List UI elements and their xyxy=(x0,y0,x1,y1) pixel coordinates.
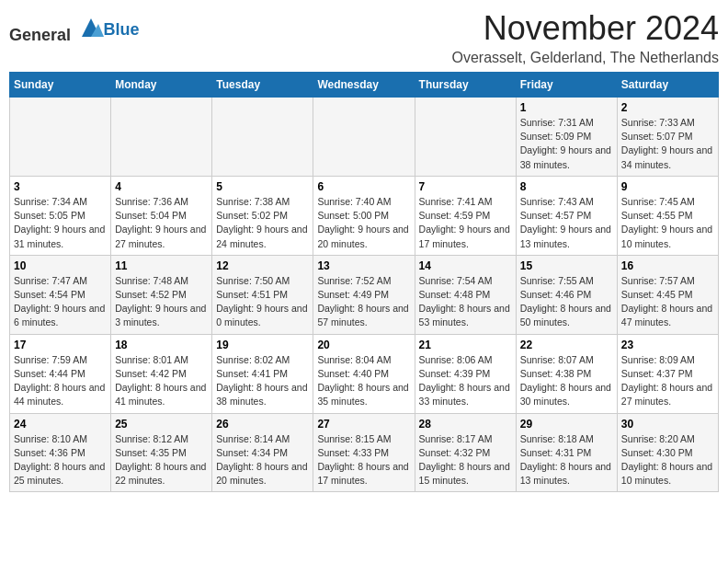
weekday-header-saturday: Saturday xyxy=(617,73,718,98)
calendar-cell: 24Sunrise: 8:10 AM Sunset: 4:36 PM Dayli… xyxy=(10,413,111,492)
day-number: 9 xyxy=(621,180,714,193)
day-info: Sunrise: 8:06 AM Sunset: 4:39 PM Dayligh… xyxy=(419,353,512,409)
day-number: 1 xyxy=(520,101,613,114)
day-number: 10 xyxy=(14,259,107,272)
weekday-header-sunday: Sunday xyxy=(10,73,111,98)
calendar-week-row: 3Sunrise: 7:34 AM Sunset: 5:05 PM Daylig… xyxy=(10,176,719,255)
day-number: 20 xyxy=(317,339,410,351)
weekday-header-monday: Monday xyxy=(111,73,212,98)
day-info: Sunrise: 8:04 AM Sunset: 4:40 PM Dayligh… xyxy=(317,353,410,409)
day-number: 26 xyxy=(216,418,309,431)
calendar-cell xyxy=(415,98,516,177)
calendar-cell: 26Sunrise: 8:14 AM Sunset: 4:34 PM Dayli… xyxy=(212,413,313,492)
day-info: Sunrise: 8:10 AM Sunset: 4:36 PM Dayligh… xyxy=(14,432,107,488)
calendar-cell: 17Sunrise: 7:59 AM Sunset: 4:44 PM Dayli… xyxy=(10,334,111,413)
calendar-cell: 30Sunrise: 8:20 AM Sunset: 4:30 PM Dayli… xyxy=(617,413,718,492)
calendar-cell xyxy=(111,98,212,177)
logo-icon xyxy=(78,15,104,40)
day-number: 17 xyxy=(14,339,107,351)
calendar-cell: 29Sunrise: 8:18 AM Sunset: 4:31 PM Dayli… xyxy=(516,413,617,492)
calendar-cell: 25Sunrise: 8:12 AM Sunset: 4:35 PM Dayli… xyxy=(111,413,212,492)
calendar-cell: 3Sunrise: 7:34 AM Sunset: 5:05 PM Daylig… xyxy=(10,176,111,255)
calendar-cell xyxy=(212,98,313,177)
day-info: Sunrise: 8:20 AM Sunset: 4:30 PM Dayligh… xyxy=(621,432,714,488)
day-number: 29 xyxy=(520,418,613,431)
location-title: Overasselt, Gelderland, The Netherlands xyxy=(451,50,719,66)
calendar-cell: 10Sunrise: 7:47 AM Sunset: 4:54 PM Dayli… xyxy=(10,255,111,334)
calendar-cell: 1Sunrise: 7:31 AM Sunset: 5:09 PM Daylig… xyxy=(516,98,617,177)
calendar-week-row: 10Sunrise: 7:47 AM Sunset: 4:54 PM Dayli… xyxy=(10,255,719,334)
calendar-week-row: 1Sunrise: 7:31 AM Sunset: 5:09 PM Daylig… xyxy=(10,98,719,177)
day-number: 28 xyxy=(419,418,512,431)
day-number: 25 xyxy=(115,418,208,431)
day-number: 18 xyxy=(115,339,208,351)
day-number: 6 xyxy=(317,180,410,193)
weekday-header-wednesday: Wednesday xyxy=(313,73,415,98)
day-info: Sunrise: 8:17 AM Sunset: 4:32 PM Dayligh… xyxy=(419,432,512,488)
day-number: 21 xyxy=(419,339,512,351)
calendar-week-row: 24Sunrise: 8:10 AM Sunset: 4:36 PM Dayli… xyxy=(10,413,719,492)
weekday-header-friday: Friday xyxy=(516,73,617,98)
day-info: Sunrise: 7:54 AM Sunset: 4:48 PM Dayligh… xyxy=(419,274,512,330)
day-info: Sunrise: 7:31 AM Sunset: 5:09 PM Dayligh… xyxy=(520,116,613,172)
calendar-cell xyxy=(313,98,415,177)
day-info: Sunrise: 8:01 AM Sunset: 4:42 PM Dayligh… xyxy=(115,353,208,409)
calendar-cell: 13Sunrise: 7:52 AM Sunset: 4:49 PM Dayli… xyxy=(313,255,415,334)
day-info: Sunrise: 7:47 AM Sunset: 4:54 PM Dayligh… xyxy=(14,274,107,330)
calendar-cell: 12Sunrise: 7:50 AM Sunset: 4:51 PM Dayli… xyxy=(212,255,313,334)
day-info: Sunrise: 8:15 AM Sunset: 4:33 PM Dayligh… xyxy=(317,432,410,488)
day-number: 14 xyxy=(419,259,512,272)
day-number: 3 xyxy=(14,180,107,193)
day-number: 30 xyxy=(621,418,714,431)
day-info: Sunrise: 7:55 AM Sunset: 4:46 PM Dayligh… xyxy=(520,274,613,330)
day-info: Sunrise: 8:07 AM Sunset: 4:38 PM Dayligh… xyxy=(520,353,613,409)
logo: General Blue xyxy=(9,15,140,45)
calendar-cell: 21Sunrise: 8:06 AM Sunset: 4:39 PM Dayli… xyxy=(415,334,516,413)
calendar-cell: 16Sunrise: 7:57 AM Sunset: 4:45 PM Dayli… xyxy=(617,255,718,334)
calendar-cell: 20Sunrise: 8:04 AM Sunset: 4:40 PM Dayli… xyxy=(313,334,415,413)
calendar-cell: 7Sunrise: 7:41 AM Sunset: 4:59 PM Daylig… xyxy=(415,176,516,255)
page-header: General Blue November 2024 Overasselt, G… xyxy=(9,9,719,66)
month-title: November 2024 xyxy=(451,9,719,48)
calendar-header-row: SundayMondayTuesdayWednesdayThursdayFrid… xyxy=(10,73,719,98)
day-number: 7 xyxy=(419,180,512,193)
calendar-cell xyxy=(10,98,111,177)
calendar-cell: 15Sunrise: 7:55 AM Sunset: 4:46 PM Dayli… xyxy=(516,255,617,334)
day-info: Sunrise: 7:52 AM Sunset: 4:49 PM Dayligh… xyxy=(317,274,410,330)
day-number: 5 xyxy=(216,180,309,193)
day-info: Sunrise: 8:02 AM Sunset: 4:41 PM Dayligh… xyxy=(216,353,309,409)
day-info: Sunrise: 7:38 AM Sunset: 5:02 PM Dayligh… xyxy=(216,195,309,251)
day-info: Sunrise: 8:14 AM Sunset: 4:34 PM Dayligh… xyxy=(216,432,309,488)
day-number: 2 xyxy=(621,101,714,114)
day-info: Sunrise: 7:50 AM Sunset: 4:51 PM Dayligh… xyxy=(216,274,309,330)
day-number: 23 xyxy=(621,339,714,351)
day-info: Sunrise: 8:09 AM Sunset: 4:37 PM Dayligh… xyxy=(621,353,714,409)
calendar-cell: 19Sunrise: 8:02 AM Sunset: 4:41 PM Dayli… xyxy=(212,334,313,413)
day-number: 11 xyxy=(115,259,208,272)
day-info: Sunrise: 7:59 AM Sunset: 4:44 PM Dayligh… xyxy=(14,353,107,409)
day-number: 15 xyxy=(520,259,613,272)
day-info: Sunrise: 7:33 AM Sunset: 5:07 PM Dayligh… xyxy=(621,116,714,172)
calendar-cell: 9Sunrise: 7:45 AM Sunset: 4:55 PM Daylig… xyxy=(617,176,718,255)
day-info: Sunrise: 7:48 AM Sunset: 4:52 PM Dayligh… xyxy=(115,274,208,330)
day-number: 12 xyxy=(216,259,309,272)
day-info: Sunrise: 7:41 AM Sunset: 4:59 PM Dayligh… xyxy=(419,195,512,251)
day-info: Sunrise: 7:36 AM Sunset: 5:04 PM Dayligh… xyxy=(115,195,208,251)
day-info: Sunrise: 8:18 AM Sunset: 4:31 PM Dayligh… xyxy=(520,432,613,488)
weekday-header-thursday: Thursday xyxy=(415,73,516,98)
calendar-cell: 2Sunrise: 7:33 AM Sunset: 5:07 PM Daylig… xyxy=(617,98,718,177)
calendar-cell: 14Sunrise: 7:54 AM Sunset: 4:48 PM Dayli… xyxy=(415,255,516,334)
day-info: Sunrise: 7:43 AM Sunset: 4:57 PM Dayligh… xyxy=(520,195,613,251)
weekday-header-tuesday: Tuesday xyxy=(212,73,313,98)
calendar-cell: 18Sunrise: 8:01 AM Sunset: 4:42 PM Dayli… xyxy=(111,334,212,413)
day-number: 4 xyxy=(115,180,208,193)
day-number: 8 xyxy=(520,180,613,193)
day-number: 27 xyxy=(317,418,410,431)
calendar-cell: 27Sunrise: 8:15 AM Sunset: 4:33 PM Dayli… xyxy=(313,413,415,492)
day-info: Sunrise: 7:45 AM Sunset: 4:55 PM Dayligh… xyxy=(621,195,714,251)
calendar-cell: 4Sunrise: 7:36 AM Sunset: 5:04 PM Daylig… xyxy=(111,176,212,255)
day-number: 24 xyxy=(14,418,107,431)
calendar-week-row: 17Sunrise: 7:59 AM Sunset: 4:44 PM Dayli… xyxy=(10,334,719,413)
day-info: Sunrise: 7:57 AM Sunset: 4:45 PM Dayligh… xyxy=(621,274,714,330)
calendar-table: SundayMondayTuesdayWednesdayThursdayFrid… xyxy=(9,72,719,492)
